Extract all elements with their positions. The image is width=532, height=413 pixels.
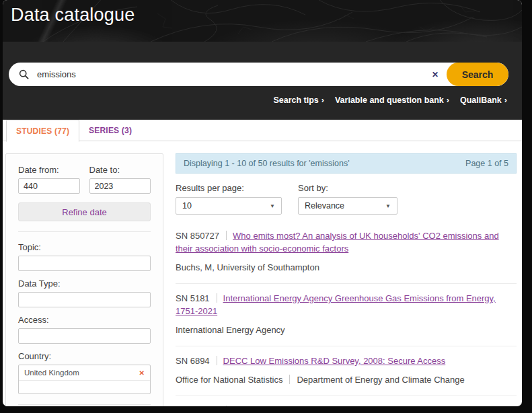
remove-country-icon[interactable]: ✕ bbox=[139, 369, 145, 377]
chevron-right-icon: › bbox=[321, 96, 324, 105]
study-title-link[interactable]: Per Capita Consumption-Based Greenhouse … bbox=[176, 406, 494, 406]
per-page-value: 10 bbox=[182, 201, 192, 211]
chevron-down-icon: ▼ bbox=[385, 203, 391, 209]
refine-date-button[interactable]: Refine date bbox=[18, 202, 151, 221]
divider bbox=[217, 356, 217, 365]
date-from-input[interactable] bbox=[18, 178, 80, 194]
date-from-label: Date from: bbox=[18, 165, 80, 175]
data-type-label: Data Type: bbox=[18, 278, 151, 289]
divider bbox=[18, 231, 151, 232]
result-heading: SN 854888Per Capita Consumption-Based Gr… bbox=[176, 404, 517, 406]
per-page-select[interactable]: 10 ▼ bbox=[176, 197, 282, 215]
country-label: Country: bbox=[18, 351, 151, 361]
results-summary-bar: Displaying 1 - 10 of 50 results for 'emi… bbox=[176, 153, 517, 174]
chevron-right-icon: › bbox=[447, 96, 449, 105]
country-tag-label: United Kingdom bbox=[24, 369, 79, 377]
divider bbox=[289, 375, 290, 384]
results-controls: Results per page: 10 ▼ Sort by: Relevanc… bbox=[176, 183, 517, 215]
results-summary-text: Displaying 1 - 10 of 50 results for 'emi… bbox=[184, 159, 350, 168]
author-name: Buchs, M, University of Southampton bbox=[176, 262, 319, 272]
quick-link-2[interactable]: QualiBank› bbox=[460, 96, 507, 105]
result-heading: SN 5181International Energy Agency Green… bbox=[176, 292, 517, 317]
study-title-link[interactable]: Who emits most? An analysis of UK househ… bbox=[176, 231, 499, 254]
tab-strip: STUDIES (77)SERIES (3) bbox=[3, 120, 522, 141]
author-name: Department of Energy and Climate Change bbox=[297, 375, 464, 385]
study-number: SN 850727 bbox=[176, 231, 219, 241]
study-number: SN 6894 bbox=[176, 356, 210, 366]
content-area: Date from: Date to: Refine date Topic: D… bbox=[3, 141, 522, 406]
chevron-right-icon: › bbox=[504, 96, 507, 105]
data-type-input[interactable] bbox=[18, 292, 151, 307]
search-icon bbox=[19, 69, 29, 79]
access-label: Access: bbox=[18, 315, 151, 325]
sort-by-label: Sort by: bbox=[298, 183, 397, 193]
filters-panel: Date from: Date to: Refine date Topic: D… bbox=[5, 153, 163, 406]
result-authors: Office for National StatisticsDepartment… bbox=[176, 373, 517, 387]
tab-studies-77[interactable]: STUDIES (77) bbox=[6, 120, 79, 142]
quick-link-label: Variable and question bank bbox=[335, 96, 444, 105]
divider bbox=[217, 293, 217, 303]
tab-series-3[interactable]: SERIES (3) bbox=[79, 120, 141, 142]
result-authors: Buchs, M, University of Southampton bbox=[176, 261, 517, 274]
date-to-label: Date to: bbox=[89, 165, 151, 175]
search-bar: ✕ Search bbox=[9, 63, 508, 86]
results-list: SN 850727Who emits most? An analysis of … bbox=[176, 221, 517, 406]
search-button[interactable]: Search bbox=[447, 63, 508, 86]
sort-by-value: Relevance bbox=[305, 201, 344, 211]
divider bbox=[226, 406, 227, 406]
result-authors: International Energy Agency bbox=[176, 324, 517, 337]
search-section: ✕ Search Search tips›Variable and questi… bbox=[3, 42, 522, 120]
result-item: SN 5181International Energy Agency Green… bbox=[176, 283, 517, 346]
result-heading: SN 850727Who emits most? An analysis of … bbox=[176, 229, 517, 255]
sort-by-select[interactable]: Relevance ▼ bbox=[298, 197, 397, 215]
topic-input[interactable] bbox=[18, 256, 151, 271]
divider bbox=[226, 231, 227, 240]
data-catalogue-window: Data catalogue ✕ Search Search tips›Vari… bbox=[3, 0, 522, 406]
divider bbox=[18, 404, 151, 405]
author-name: Office for National Statistics bbox=[176, 375, 282, 385]
country-selected-tag: United Kingdom ✕ bbox=[19, 365, 150, 381]
study-number: SN 5181 bbox=[176, 293, 210, 303]
quick-link-label: QualiBank bbox=[460, 96, 502, 105]
result-item: SN 6894DECC Low Emissions R&D Survey, 20… bbox=[176, 346, 517, 396]
author-name: International Energy Agency bbox=[176, 325, 285, 335]
study-title-link[interactable]: International Energy Agency Greenhouse G… bbox=[176, 293, 496, 316]
topic-label: Topic: bbox=[18, 242, 151, 252]
quick-link-0[interactable]: Search tips› bbox=[273, 96, 324, 105]
page-title: Data catalogue bbox=[3, 0, 522, 26]
study-title-link[interactable]: DECC Low Emissions R&D Survey, 2008: Sec… bbox=[223, 356, 446, 366]
page-header: Data catalogue bbox=[3, 0, 522, 42]
result-item: SN 854888Per Capita Consumption-Based Gr… bbox=[176, 396, 517, 406]
per-page-label: Results per page: bbox=[176, 183, 282, 193]
chevron-down-icon: ▼ bbox=[270, 203, 275, 209]
result-item: SN 850727Who emits most? An analysis of … bbox=[176, 221, 517, 283]
quick-links: Search tips›Variable and question bank›Q… bbox=[9, 96, 508, 105]
date-to-input[interactable] bbox=[89, 178, 151, 194]
access-input[interactable] bbox=[18, 328, 151, 344]
result-heading: SN 6894DECC Low Emissions R&D Survey, 20… bbox=[176, 354, 517, 367]
page-indicator: Page 1 of 5 bbox=[465, 159, 508, 168]
quick-link-1[interactable]: Variable and question bank› bbox=[335, 96, 449, 105]
quick-link-label: Search tips bbox=[273, 96, 318, 105]
study-number: SN 854888 bbox=[176, 406, 219, 406]
results-area: Displaying 1 - 10 of 50 results for 'emi… bbox=[176, 153, 518, 406]
search-input[interactable] bbox=[37, 69, 424, 79]
clear-search-icon[interactable]: ✕ bbox=[424, 70, 447, 79]
country-input[interactable]: United Kingdom ✕ bbox=[18, 365, 151, 394]
